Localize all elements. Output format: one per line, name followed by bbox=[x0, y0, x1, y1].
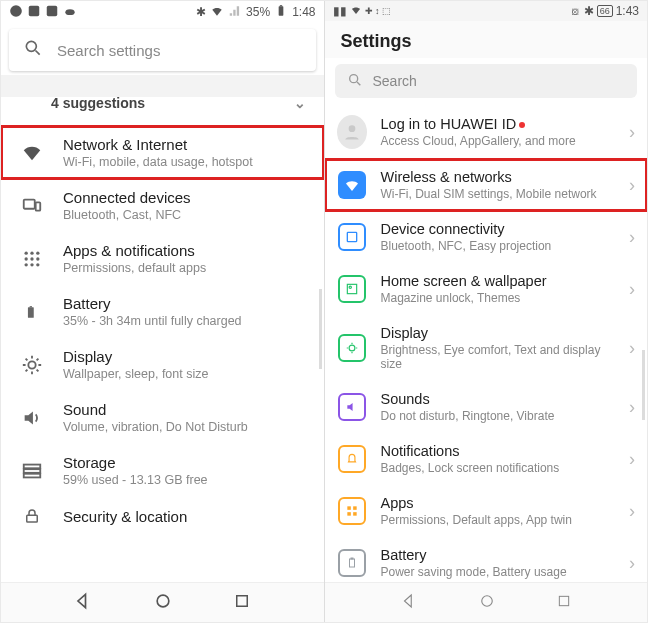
svg-rect-19 bbox=[30, 306, 32, 307]
recents-button[interactable] bbox=[233, 592, 251, 614]
item-apps[interactable]: AppsPermissions, Default apps, App twin … bbox=[325, 485, 648, 537]
svg-point-9 bbox=[25, 251, 28, 254]
item-storage[interactable]: Storage59% used - 13.13 GB free bbox=[1, 444, 324, 497]
svg-point-6 bbox=[26, 41, 36, 51]
item-security-location[interactable]: Security & location bbox=[1, 497, 324, 527]
item-sub: Access Cloud, AppGallery, and more bbox=[381, 134, 616, 148]
item-title: Home screen & wallpaper bbox=[381, 273, 616, 289]
item-wireless-networks[interactable]: Wireless & networksWi-Fi, Dual SIM setti… bbox=[325, 159, 648, 211]
svg-point-0 bbox=[10, 5, 22, 17]
svg-rect-5 bbox=[280, 5, 282, 6]
search-placeholder: Search settings bbox=[57, 42, 160, 59]
settings-list: Log in to HUAWEI IDAccess Cloud, AppGall… bbox=[325, 106, 648, 582]
item-sub: Wi-Fi, Dual SIM settings, Mobile network bbox=[381, 187, 616, 201]
spotify-icon bbox=[9, 4, 23, 21]
bluetooth-icon: ✱ bbox=[196, 5, 206, 19]
bell-icon bbox=[338, 445, 366, 473]
avatar-icon bbox=[337, 115, 367, 149]
item-title: Sounds bbox=[381, 391, 616, 407]
chevron-right-icon: › bbox=[629, 501, 635, 522]
item-title: Log in to HUAWEI ID bbox=[381, 116, 616, 132]
item-battery[interactable]: Battery35% - 3h 34m until fully charged bbox=[1, 285, 324, 338]
item-notifications[interactable]: NotificationsBadges, Lock screen notific… bbox=[325, 433, 648, 485]
suggestions-row[interactable]: 4 suggestions ⌄ bbox=[1, 81, 324, 125]
svg-rect-7 bbox=[24, 199, 35, 208]
recents-button[interactable] bbox=[556, 593, 572, 613]
svg-rect-21 bbox=[24, 464, 41, 468]
svg-rect-23 bbox=[24, 473, 41, 477]
back-button[interactable] bbox=[73, 591, 93, 615]
svg-rect-35 bbox=[347, 512, 351, 516]
item-network-internet[interactable]: Network & InternetWi-Fi, mobile, data us… bbox=[1, 126, 324, 179]
chevron-right-icon: › bbox=[629, 338, 635, 359]
svg-rect-26 bbox=[237, 595, 248, 606]
item-sub: Bluetooth, Cast, NFC bbox=[63, 208, 310, 222]
svg-rect-42 bbox=[559, 596, 568, 605]
svg-point-28 bbox=[348, 125, 355, 132]
item-sounds[interactable]: SoundsDo not disturb, Ringtone, Vibrate … bbox=[325, 381, 648, 433]
svg-rect-18 bbox=[28, 307, 34, 318]
svg-point-13 bbox=[30, 257, 33, 260]
wifi-icon bbox=[338, 171, 366, 199]
item-display[interactable]: DisplayBrightness, Eye comfort, Text and… bbox=[325, 315, 648, 381]
item-title: Wireless & networks bbox=[381, 169, 616, 185]
item-sub: Wi-Fi, mobile, data usage, hotspot bbox=[63, 155, 310, 169]
svg-point-16 bbox=[30, 263, 33, 266]
svg-point-17 bbox=[36, 263, 39, 266]
clock: 1:43 bbox=[616, 4, 639, 18]
item-device-connectivity[interactable]: Device connectivityBluetooth, NFC, Easy … bbox=[325, 211, 648, 263]
bluetooth-icon: ✱ bbox=[584, 4, 594, 18]
search-icon bbox=[23, 38, 43, 62]
item-sound[interactable]: SoundVolume, vibration, Do Not Disturb bbox=[1, 391, 324, 444]
scrollbar[interactable] bbox=[319, 75, 322, 582]
chevron-right-icon: › bbox=[629, 397, 635, 418]
chevron-down-icon: ⌄ bbox=[294, 95, 306, 111]
chevron-right-icon: › bbox=[629, 279, 635, 300]
item-sub: Volume, vibration, Do Not Disturb bbox=[63, 420, 310, 434]
item-sub: Wallpaper, sleep, font size bbox=[63, 367, 310, 381]
chevron-right-icon: › bbox=[629, 122, 635, 143]
svg-rect-8 bbox=[36, 202, 41, 210]
svg-rect-37 bbox=[349, 559, 354, 567]
home-button[interactable] bbox=[153, 591, 173, 615]
item-title: Battery bbox=[381, 547, 616, 563]
item-connected-devices[interactable]: Connected devicesBluetooth, Cast, NFC bbox=[1, 179, 324, 232]
svg-rect-30 bbox=[347, 284, 356, 293]
scrollbar[interactable] bbox=[642, 106, 645, 582]
item-title: Display bbox=[63, 348, 310, 365]
search-bar[interactable]: Search bbox=[335, 64, 638, 98]
nav-bar bbox=[1, 582, 324, 622]
item-apps-notifications[interactable]: Apps & notificationsPermissions, default… bbox=[1, 232, 324, 285]
nav-bar bbox=[325, 582, 648, 622]
item-title: Apps bbox=[381, 495, 616, 511]
battery-icon bbox=[19, 301, 45, 323]
devices-icon bbox=[19, 195, 45, 217]
wifi-icon bbox=[210, 4, 224, 21]
notification-dot-icon bbox=[519, 122, 525, 128]
statusbar: ▮▮ ✚ ↕ ⬚ ⦻ ✱ 66 1:43 bbox=[325, 1, 648, 21]
home-button[interactable] bbox=[478, 592, 496, 614]
svg-point-41 bbox=[482, 595, 493, 606]
battery-icon bbox=[274, 4, 288, 21]
item-sub: Do not disturb, Ringtone, Vibrate bbox=[381, 409, 616, 423]
battery-icon bbox=[338, 549, 366, 577]
item-title: Apps & notifications bbox=[63, 242, 310, 259]
svg-rect-38 bbox=[351, 558, 353, 559]
wifi-icon bbox=[19, 142, 45, 164]
search-bar[interactable]: Search settings bbox=[9, 29, 316, 71]
svg-rect-4 bbox=[279, 6, 284, 15]
item-login-huawei[interactable]: Log in to HUAWEI IDAccess Cloud, AppGall… bbox=[325, 106, 648, 158]
item-title: Connected devices bbox=[63, 189, 310, 206]
svg-rect-2 bbox=[47, 5, 58, 16]
battery-pct: 35% bbox=[246, 5, 270, 19]
volume-icon bbox=[19, 407, 45, 429]
svg-point-31 bbox=[349, 286, 351, 288]
item-title: Notifications bbox=[381, 443, 616, 459]
item-display[interactable]: DisplayWallpaper, sleep, font size bbox=[1, 338, 324, 391]
back-button[interactable] bbox=[400, 592, 418, 614]
eye-off-icon: ⦻ bbox=[570, 5, 581, 17]
item-battery[interactable]: BatteryPower saving mode, Battery usage … bbox=[325, 537, 648, 582]
item-home-wallpaper[interactable]: Home screen & wallpaperMagazine unlock, … bbox=[325, 263, 648, 315]
page-title: Settings bbox=[325, 21, 648, 58]
svg-point-11 bbox=[36, 251, 39, 254]
